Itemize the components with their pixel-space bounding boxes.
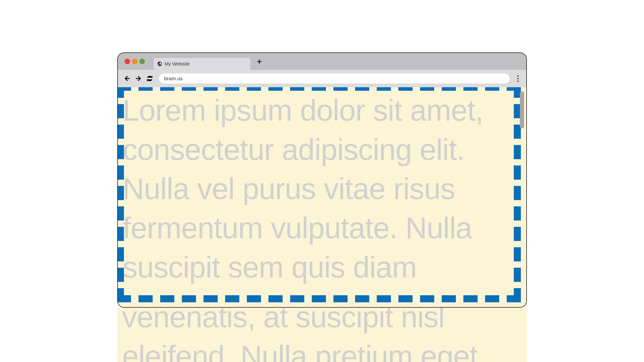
- reload-button[interactable]: [146, 75, 153, 82]
- reflection-decoration: venenatis, at suscipit nisl eleifend. Nu…: [117, 308, 527, 362]
- minimize-window-button[interactable]: [132, 59, 138, 64]
- forward-button[interactable]: [135, 75, 142, 82]
- overflow-text-line: eleifend. Nulla pretium eget: [122, 340, 478, 362]
- back-button[interactable]: [124, 75, 131, 82]
- page-body-text: Lorem ipsum dolor sit amet, consectetur …: [118, 87, 526, 287]
- tab-title: My Website: [165, 61, 190, 67]
- url-text: bram.us: [164, 76, 183, 82]
- scrollbar-thumb[interactable]: [520, 91, 524, 128]
- toolbar: bram.us: [118, 70, 526, 87]
- traffic-lights: [124, 59, 145, 64]
- new-tab-button[interactable]: +: [257, 57, 262, 66]
- page-viewport: Lorem ipsum dolor sit amet, consectetur …: [118, 87, 526, 307]
- site-icon: [157, 61, 162, 67]
- tab-bar: My Website +: [118, 53, 526, 70]
- browser-window: My Website + bram.us: [117, 52, 527, 308]
- browser-menu-button[interactable]: [514, 74, 522, 83]
- maximize-window-button[interactable]: [140, 59, 145, 64]
- browser-tab[interactable]: My Website: [154, 58, 250, 70]
- close-window-button[interactable]: [124, 59, 130, 64]
- overflow-text-line: venenatis, at suscipit nisl: [122, 308, 444, 334]
- address-bar[interactable]: bram.us: [159, 73, 510, 83]
